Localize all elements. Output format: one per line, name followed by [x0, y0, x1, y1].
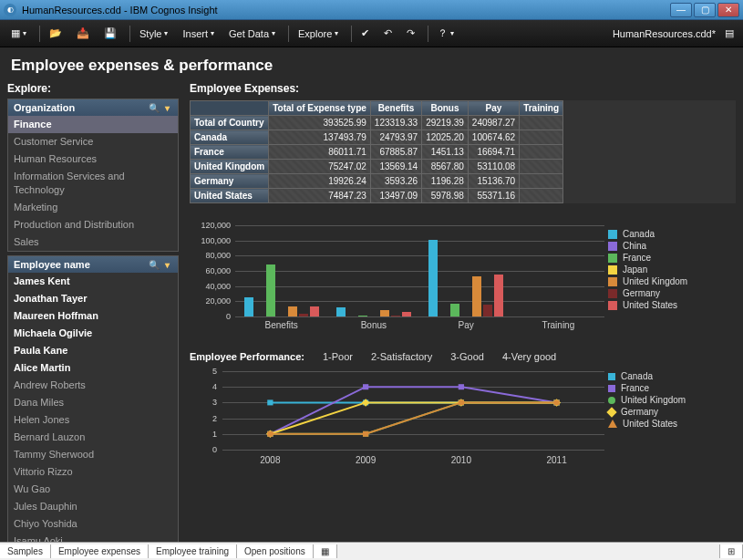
table-cell[interactable]: 12025.20: [422, 130, 469, 145]
getdata-menu[interactable]: Get Data▾: [223, 24, 281, 44]
sidebar-item-employee[interactable]: Michaela Ogilvie: [8, 325, 178, 342]
table-cell[interactable]: 53110.08: [468, 160, 519, 174]
bar[interactable]: [391, 316, 400, 316]
table-cell[interactable]: 137493.79: [269, 130, 371, 145]
table-cell[interactable]: 393525.99: [269, 116, 371, 130]
panel-toggle-icon[interactable]: ▤: [721, 27, 738, 39]
column-header[interactable]: Training: [520, 101, 563, 116]
table-cell[interactable]: [520, 145, 563, 160]
legend-item[interactable]: Japan: [608, 264, 736, 275]
minimize-button[interactable]: —: [670, 3, 692, 17]
sidebar-item-employee[interactable]: Andrew Roberts: [8, 377, 178, 394]
legend-item[interactable]: Canada: [608, 229, 736, 239]
row-header[interactable]: United States: [191, 189, 269, 203]
table-cell[interactable]: 3593.26: [370, 174, 421, 189]
sidebar-item-organization[interactable]: Customer Service: [8, 133, 178, 150]
table-cell[interactable]: 13569.14: [370, 160, 421, 174]
sidebar-item-employee[interactable]: Jules Dauphin: [8, 498, 178, 515]
legend-item[interactable]: Germany: [608, 288, 736, 298]
table-cell[interactable]: 1451.13: [422, 145, 469, 160]
bar[interactable]: [472, 276, 481, 316]
open-icon[interactable]: 📂: [44, 24, 67, 44]
maximize-button[interactable]: ▢: [694, 3, 716, 17]
sidebar-item-employee[interactable]: Jonathan Tayer: [8, 290, 178, 307]
row-header[interactable]: United Kingdom: [191, 160, 269, 174]
legend-item[interactable]: China: [608, 241, 736, 251]
sidebar-item-organization[interactable]: Human Resources: [8, 150, 178, 168]
sidebar-item-employee[interactable]: James Kent: [8, 273, 178, 290]
legend-item[interactable]: United States: [608, 300, 736, 310]
table-cell[interactable]: 13497.09: [370, 189, 421, 203]
bar[interactable]: [336, 307, 346, 316]
table-cell[interactable]: 8567.80: [422, 160, 469, 174]
import-icon[interactable]: 📥: [71, 24, 95, 44]
table-cell[interactable]: 29219.39: [422, 116, 469, 130]
column-header[interactable]: Total of Expense type: [269, 101, 371, 116]
add-tab-button[interactable]: ▦: [314, 544, 337, 558]
close-button[interactable]: ✕: [717, 3, 739, 17]
column-header[interactable]: Pay: [468, 101, 519, 116]
sidebar-item-employee[interactable]: Wu Gao: [8, 481, 178, 498]
table-cell[interactable]: 86011.71: [269, 145, 371, 160]
sidebar-item-organization[interactable]: Finance: [8, 116, 178, 133]
bar[interactable]: [428, 240, 438, 316]
sidebar-item-employee[interactable]: Bernard Lauzon: [8, 429, 178, 446]
redo-icon[interactable]: ↷: [401, 24, 420, 44]
table-cell[interactable]: [520, 130, 563, 145]
filter-icon[interactable]: ▾: [161, 102, 172, 113]
table-cell[interactable]: 55371.16: [468, 189, 519, 203]
bar[interactable]: [244, 297, 253, 316]
sidebar-item-employee[interactable]: Vittorio Rizzo: [8, 463, 178, 481]
bar[interactable]: [299, 314, 308, 316]
table-cell[interactable]: 100674.62: [468, 130, 519, 145]
explore-menu[interactable]: Explore▾: [293, 24, 344, 44]
workspace-tab[interactable]: Samples: [0, 544, 51, 558]
table-cell[interactable]: [520, 116, 563, 130]
table-cell[interactable]: 19926.24: [269, 174, 371, 189]
bar[interactable]: [483, 305, 492, 316]
sidebar-item-employee[interactable]: Tammy Sherwood: [8, 446, 178, 463]
table-cell[interactable]: 75247.02: [269, 160, 371, 174]
sidebar-item-employee[interactable]: Dana Miles: [8, 394, 178, 411]
insert-menu[interactable]: Insert▾: [177, 24, 220, 44]
sidebar-item-organization[interactable]: Information Services and Technology: [8, 168, 178, 199]
bar[interactable]: [380, 310, 389, 316]
workspace-tab[interactable]: Open positions: [237, 544, 314, 558]
bar[interactable]: [310, 306, 319, 316]
bar[interactable]: [266, 264, 275, 316]
bar[interactable]: [450, 304, 459, 316]
column-header[interactable]: Benefits: [370, 101, 421, 116]
undo-icon[interactable]: ↶: [378, 24, 397, 44]
help-menu[interactable]: ？▾: [432, 24, 459, 44]
table-cell[interactable]: 16694.71: [468, 145, 519, 160]
legend-item[interactable]: United Kingdom: [608, 276, 736, 286]
row-header[interactable]: France: [191, 145, 269, 160]
row-header[interactable]: Total of Country: [191, 116, 269, 130]
table-cell[interactable]: 123319.33: [370, 116, 421, 130]
column-header[interactable]: Bonus: [422, 101, 469, 116]
table-cell[interactable]: 67885.87: [370, 145, 421, 160]
sidebar-item-employee[interactable]: Alice Martin: [8, 359, 178, 377]
bar[interactable]: [494, 275, 503, 316]
bar[interactable]: [402, 312, 411, 316]
table-cell[interactable]: 24793.97: [370, 130, 421, 145]
bar[interactable]: [288, 306, 297, 316]
legend-item[interactable]: United Kingdom: [608, 395, 736, 405]
sidebar-item-employee[interactable]: Helen Jones: [8, 411, 178, 429]
table-cell[interactable]: [520, 174, 563, 189]
workspace-tab[interactable]: Employee expenses: [51, 544, 149, 558]
sidebar-item-organization[interactable]: Production and Distribution: [8, 216, 178, 233]
legend-item[interactable]: France: [608, 383, 736, 393]
table-cell[interactable]: 1196.28: [422, 174, 469, 189]
table-cell[interactable]: [520, 160, 563, 174]
style-menu[interactable]: Style▾: [134, 24, 173, 44]
row-header[interactable]: Canada: [191, 130, 269, 145]
bar[interactable]: [358, 316, 367, 316]
sidebar-item-employee[interactable]: Maureen Hoffman: [8, 307, 178, 325]
legend-item[interactable]: United States: [608, 419, 736, 429]
grid-view-icon[interactable]: ⊞: [719, 544, 743, 558]
save-icon[interactable]: 💾: [98, 24, 122, 44]
check-icon[interactable]: ✔: [356, 24, 375, 44]
row-header[interactable]: Germany: [191, 174, 269, 189]
legend-item[interactable]: France: [608, 253, 736, 263]
